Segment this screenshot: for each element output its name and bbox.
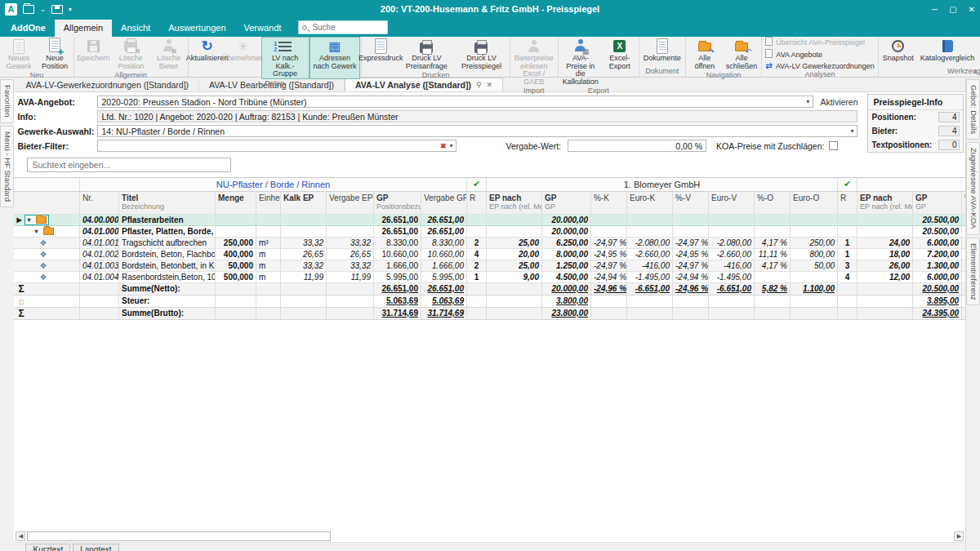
grid-cell-b2_gp[interactable]: 6.000,00 (913, 271, 962, 282)
grid-cell-titel[interactable]: Tragschicht aufbrechen (118, 237, 215, 248)
grid-cell-r1[interactable] (467, 225, 487, 237)
grid-cell-nr[interactable]: 04.01.0000 (79, 225, 118, 237)
grid-cell-b1_gp[interactable]: 20.000,00 (542, 225, 591, 237)
grid-cell-menge[interactable]: 400,000 (215, 248, 256, 260)
ribbon-button-alle-schliessen[interactable]: ↶Alle schließen (723, 37, 761, 71)
grid-cell-gp[interactable]: 31.714,69 (373, 307, 421, 319)
grid-cell-b1_eo[interactable] (791, 295, 838, 307)
scrollbar-track[interactable] (27, 531, 952, 541)
grid-cell-b1_pv[interactable] (673, 225, 709, 237)
gewerke-auswahl-combo[interactable]: 14: NU-Pflaster / Borde / Rinnen ▾ (97, 125, 858, 137)
grid-cell-einheit[interactable]: m (256, 248, 280, 260)
grid-cell-titel[interactable]: Rasenbordstein,Beton, 10/25,Kies... (118, 271, 215, 282)
column-header-b1_gp[interactable]: GPGP (542, 191, 591, 214)
open-dropdown-icon[interactable]: ⌄ (40, 6, 46, 13)
grid-cell-b1_pv[interactable] (673, 214, 709, 225)
grid-cell-b1_eo[interactable]: 1.100,00 (791, 282, 838, 295)
grid-cell-nr[interactable] (79, 307, 118, 319)
ava-angebot-combo[interactable]: 2020-020: Preussen Stadion - Nord Tribün… (97, 96, 813, 108)
grid-cell-vergabe_ep[interactable] (326, 214, 373, 225)
grid-cell-b1_pv[interactable] (673, 307, 709, 319)
pin-icon[interactable]: ⚲ (476, 81, 482, 89)
grid-cell-titel[interactable]: Steuer: (118, 295, 215, 307)
grid-cell-einheit[interactable] (256, 282, 280, 295)
grid-cell-menge[interactable]: 250,000 (215, 237, 256, 248)
grid-cell-b2_ep[interactable]: 24,00 (858, 237, 913, 248)
column-header-einheit[interactable]: Einheit (256, 191, 280, 214)
grid-cell-b1_po[interactable]: 4,17 % (755, 237, 791, 248)
grid-cell-b2_gp[interactable]: 20.500,00 (913, 214, 962, 225)
grid-cell-b1_gp[interactable]: 20.000,00 (542, 282, 591, 295)
suchtext-input[interactable] (27, 158, 231, 172)
grid-cell-b2_ep[interactable]: 12,00 (858, 271, 913, 282)
column-header-nr[interactable]: Nr. (79, 191, 118, 214)
grid-cell-r2[interactable]: 1 (838, 248, 858, 260)
grid-cell-b2_gp[interactable]: 1.300,00 (913, 260, 962, 271)
kurztext-button[interactable]: Kurztext (25, 544, 70, 551)
grid-cell-b1_gp[interactable]: 1.250,00 (542, 260, 591, 271)
grid-cell-vergabe_gp[interactable]: 8.330,00 (421, 237, 466, 248)
grid-cell-b1_ep[interactable] (487, 307, 542, 319)
grid-cell-nr[interactable] (79, 295, 118, 307)
grid-cell-vergabe_gp[interactable]: 31.714,69 (421, 307, 466, 319)
column-header-b1_pk[interactable]: %-K (591, 191, 627, 214)
grid-cell-b1_po[interactable] (755, 295, 791, 307)
grid-cell-r2[interactable] (838, 295, 858, 307)
grid-cell-b1_pk[interactable]: -24,97 % (591, 260, 627, 271)
aktivieren-link[interactable]: Aktivieren (820, 97, 858, 107)
ribbon-search-box[interactable] (298, 20, 388, 34)
grid-cell-b1_po[interactable] (755, 307, 791, 319)
close-tab-icon[interactable]: ✕ (487, 81, 493, 89)
grid-cell-vergabe_gp[interactable]: 5.063,69 (421, 295, 466, 307)
grid-cell-b1_gp[interactable]: 3.800,00 (542, 295, 591, 307)
grid-cell-b2_ep[interactable]: 26,00 (858, 260, 913, 271)
scroll-right-icon[interactable]: ▶ (954, 531, 964, 541)
grid-cell-titel[interactable]: Summe(Brutto): (118, 307, 215, 319)
grid-cell-menge[interactable] (215, 214, 256, 225)
row-state-cell[interactable]: Σ (14, 307, 79, 319)
grid-cell-b2_gp[interactable]: 20.500,00 (913, 282, 962, 295)
horizontal-scrollbar[interactable]: ◀ ▶ (14, 531, 965, 542)
collapse-icon[interactable]: ▾ (34, 228, 42, 235)
menu-tab-allgemein[interactable]: Allgemein (55, 20, 112, 37)
grid-cell-vergabe_gp[interactable]: 26.651,00 (421, 282, 466, 295)
grid-cell-vergabe_gp[interactable]: 26.651,00 (421, 225, 466, 237)
chevron-down-icon[interactable]: ▾ (806, 98, 809, 105)
grid-cell-b1_pk[interactable] (591, 214, 627, 225)
grid-cell-r2[interactable]: 3 (838, 260, 858, 271)
column-header-vergabe_gp[interactable]: Vergabe GP (421, 191, 466, 214)
grid-cell-titel[interactable]: Pflasterarbeiten (118, 214, 215, 225)
grid-cell-b1_ep[interactable]: 9,00 (487, 271, 542, 282)
ribbon-button-excel-export[interactable]: XExcel-Export (602, 37, 638, 87)
ribbon-button-alle-oeffnen[interactable]: ↷Alle öffnen (687, 37, 723, 71)
grid-cell-b1_pv[interactable]: -24,97 % (673, 237, 709, 248)
column-header-b1_ep[interactable]: EP nachEP nach (rel. Menge) (487, 191, 542, 214)
grid-cell-b1_ev[interactable] (709, 225, 755, 237)
side-tab-favoriten[interactable]: Favoriten (0, 79, 14, 123)
grid-cell-kalk_ep[interactable] (280, 295, 326, 307)
minimize-button[interactable]: ─ (932, 5, 938, 14)
grid-cell-r1[interactable] (467, 295, 487, 307)
side-tab-zugewiesene-ava-koa[interactable]: Zugewiesene AVA-KOA (966, 142, 980, 234)
maximize-button[interactable]: ▢ (949, 5, 956, 14)
side-tab-menü-hf-standard[interactable]: Menü - HF Standard (0, 126, 14, 207)
grid-cell-b1_ev[interactable] (709, 295, 755, 307)
ribbon-button-snapshot[interactable]: Snapshot (880, 37, 917, 67)
grid-cell-menge[interactable] (215, 282, 256, 295)
grid-cell-r1[interactable] (467, 307, 487, 319)
grid-cell-b2_ep[interactable] (858, 282, 913, 295)
grid-cell-kalk_ep[interactable]: 33,32 (280, 237, 326, 248)
grid-cell-kalk_ep[interactable]: 33,32 (280, 260, 326, 271)
grid-cell-b1_eo[interactable] (791, 271, 838, 282)
grid-cell-b1_eo[interactable] (791, 307, 838, 319)
column-header-b1_eo[interactable]: Euro-O (791, 191, 838, 214)
grid-cell-b1_gp[interactable]: 20.000,00 (542, 214, 591, 225)
doc-tab-gewerkezuordnungen[interactable]: AVA-LV-Gewerkezuordnungen ([Standard]) (16, 78, 199, 91)
grid-cell-b1_pk[interactable]: -24,95 % (591, 248, 627, 260)
menu-tab-ansicht[interactable]: Ansicht (112, 20, 159, 37)
grid-cell-vergabe_gp[interactable]: 1.666,00 (421, 260, 466, 271)
grid-cell-titel[interactable]: Bordstein, Beton, Flachbord, d=1... (118, 248, 215, 260)
grid-cell-vergabe_ep[interactable] (326, 282, 373, 295)
grid-cell-b1_pk[interactable] (591, 225, 627, 237)
grid-cell-b1_eo[interactable]: 50,00 (791, 260, 838, 271)
